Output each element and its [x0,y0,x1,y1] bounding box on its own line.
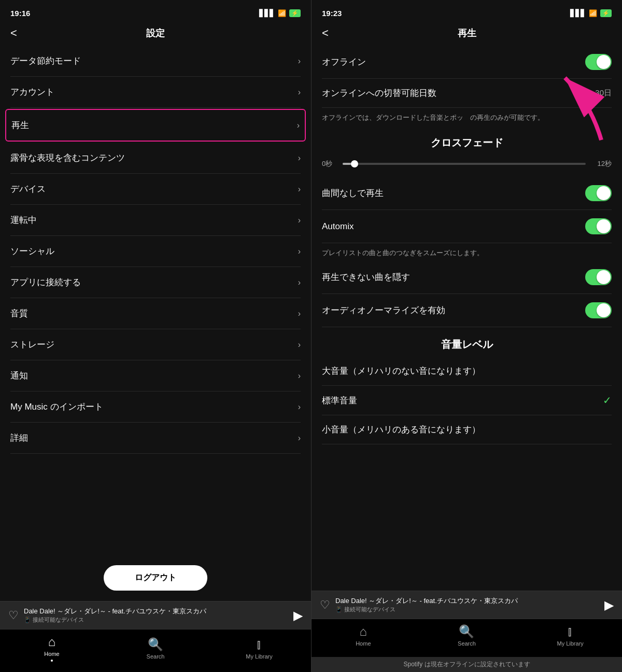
left-heart-icon[interactable]: ♡ [8,609,19,622]
chevron-icon: › [298,153,301,163]
playback-settings-list: オフライン オンラインへの切替可能日数 30日 オフラインでは、ダウンロードした… [312,46,622,591]
hide-unplayable-label: 再生できない曲を隠す [322,271,410,283]
settings-item-label: データ節約モード [10,55,81,67]
settings-item[interactable]: ソーシャル › [10,236,301,267]
automix-toggle-row: Automix [322,210,612,243]
left-back-button[interactable]: < [10,26,17,40]
left-tab-home-label: Home [44,651,59,657]
left-battery-icon: ⚡ [289,9,301,17]
right-mini-player-title: Dale Dale! ～ダレ・ダレ!～ - feat.チバユウスケ・東京スカパ [335,596,599,606]
normalize-toggle[interactable] [585,302,612,318]
settings-item[interactable]: 運転中 › [10,205,301,236]
settings-item[interactable]: My Music のインポート › [10,391,301,423]
chevron-icon: › [298,309,301,318]
volume-heading: 音量レベル [322,327,612,357]
volume-option[interactable]: 大音量（メリハリのない音になります） [322,357,612,386]
right-heart-icon[interactable]: ♡ [320,598,330,612]
left-status-bar: 19:16 ▋▋▋ 📶 ⚡ [0,0,311,23]
chevron-icon: › [297,121,300,130]
gapless-toggle[interactable] [585,185,612,201]
volume-option[interactable]: 標準音量 ✓ [322,386,612,415]
settings-item-label: デバイス [10,183,46,195]
crossfade-slider-row: 0秒 12秒 [322,155,612,177]
settings-item-label: 再生 [11,119,29,131]
settings-item-label: 運転中 [10,214,37,226]
right-mini-player[interactable]: ♡ Dale Dale! ～ダレ・ダレ!～ - feat.チバユウスケ・東京スカ… [312,591,622,619]
left-mini-player-title: Dale Dale! ～ダレ・ダレ!～ - feat.チバユウスケ・東京スカパ [24,607,288,616]
right-tab-search[interactable]: 🔍 Search [446,624,487,647]
right-play-button[interactable]: ▶ [604,598,614,612]
settings-item-label: ストレージ [10,339,54,351]
settings-item[interactable]: ストレージ › [10,329,301,360]
right-signal-icon: ▋▋▋ [570,9,586,17]
right-tab-home[interactable]: ⌂ Home [343,624,384,647]
offline-toggle[interactable] [585,54,612,70]
right-back-button[interactable]: < [322,26,329,40]
hide-unplayable-toggle[interactable] [585,269,612,285]
right-tab-library[interactable]: ⫿ My Library [549,624,591,647]
left-settings-list: データ節約モード › アカウント › 再生 › 露骨な表現を含むコンテンツ › … [0,46,311,550]
normalize-toggle-row: オーディオノーマライズを有効 [322,294,612,327]
left-tab-library[interactable]: ⫿ My Library [238,637,280,660]
left-home-icon: ⌂ [48,635,56,649]
left-tab-search[interactable]: 🔍 Search [135,637,176,660]
settings-item[interactable]: 再生 › [5,109,306,142]
right-status-icons: ▋▋▋ 📶 ⚡ [570,9,612,17]
chevron-icon: › [298,216,301,225]
chevron-icon: › [298,402,301,412]
normalize-label: オーディオノーマライズを有効 [322,304,445,316]
gapless-label: 曲間なしで再生 [322,187,384,199]
settings-item[interactable]: デバイス › [10,174,301,205]
settings-item[interactable]: データ節約モード › [10,46,301,77]
settings-item-label: My Music のインポート [10,401,103,413]
crossfade-min-label: 0秒 [322,159,337,169]
gapless-toggle-row: 曲間なしで再生 [322,177,612,210]
settings-item[interactable]: 音質 › [10,298,301,329]
crossfade-slider-thumb[interactable] [351,160,358,167]
hide-unplayable-toggle-row: 再生できない曲を隠す [322,261,612,294]
left-time: 19:16 [10,9,30,18]
settings-item[interactable]: 露骨な表現を含むコンテンツ › [10,143,301,174]
offline-toggle-row: オフライン [322,46,612,79]
right-tab-bar: ⌂ Home 🔍 Search ⫿ My Library [312,619,622,657]
volume-option[interactable]: 小音量（メリハリのある音になります） [322,415,612,444]
settings-item-label: 音質 [10,307,28,319]
settings-item-label: 詳細 [10,432,28,444]
settings-item[interactable]: アプリに接続する › [10,267,301,298]
left-device-icon: 📱 [24,617,31,623]
normalize-toggle-knob [597,303,611,317]
logout-button[interactable]: ログアウト [104,565,207,591]
offline-status-bar: Spotify は現在オフラインに設定されています [312,657,622,672]
right-status-bar: 19:23 ▋▋▋ 📶 ⚡ [312,0,622,23]
settings-item[interactable]: 詳細 › [10,423,301,454]
automix-toggle[interactable] [585,218,612,234]
chevron-icon: › [298,57,301,66]
left-tab-library-label: My Library [246,653,272,660]
left-tab-home[interactable]: ⌂ Home [31,635,73,662]
left-panel: 19:16 ▋▋▋ 📶 ⚡ < 設定 データ節約モード › アカウント › 再生… [0,0,311,672]
hide-unplayable-toggle-knob [597,270,611,284]
chevron-icon: › [298,433,301,443]
crossfade-slider-track[interactable] [343,163,586,165]
left-status-icons: ▋▋▋ 📶 ⚡ [259,9,301,17]
offline-description: オフラインでは、ダウンロードした音楽とポッ の再生のみが可能です。 [322,108,612,125]
logout-area: ログアウト [0,550,311,601]
left-tab-bar: ⌂ Home 🔍 Search ⫿ My Library [0,629,311,672]
left-library-icon: ⫿ [256,637,262,652]
left-page-title: 設定 [146,27,165,39]
left-mini-player-sub: 📱 接続可能なデバイス [24,616,288,624]
chevron-icon: › [298,278,301,287]
left-play-button[interactable]: ▶ [293,608,303,623]
right-tab-library-label: My Library [557,640,583,647]
checkmark-icon: ✓ [603,394,612,407]
online-switch-value: 30日 [595,88,612,98]
right-page-title: 再生 [458,27,476,39]
settings-item[interactable]: アカウント › [10,77,301,108]
left-tab-search-label: Search [147,653,165,660]
left-mini-player[interactable]: ♡ Dale Dale! ～ダレ・ダレ!～ - feat.チバユウスケ・東京スカ… [0,601,311,629]
right-search-icon: 🔍 [459,624,474,639]
settings-item[interactable]: 通知 › [10,360,301,391]
settings-item-label: アカウント [10,86,54,98]
right-device-icon: 📱 [335,606,343,612]
offline-label: オフライン [322,56,366,68]
